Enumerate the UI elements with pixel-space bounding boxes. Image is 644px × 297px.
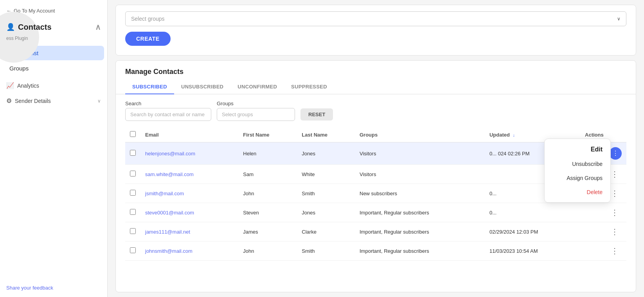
groups-filter-label: Groups <box>217 101 295 106</box>
actions-cell: ⋮ <box>580 241 626 261</box>
sidebar-sender-details[interactable]: ⚙ Sender Details ∨ <box>0 93 107 108</box>
row-checkbox-cell <box>125 241 140 261</box>
contacts-table: Email First Name Last Name Groups Update <box>125 127 626 261</box>
context-menu: EditUnsubscribeAssign GroupsDelete <box>544 139 611 203</box>
actions-menu-button[interactable]: ⋮ <box>608 227 622 236</box>
manage-contacts-section: Manage Contacts SUBSCRIBED UNSUBSCRIBED … <box>115 60 636 292</box>
manage-contacts-title: Manage Contacts <box>116 61 636 76</box>
dropdown-chevron-icon: ∨ <box>617 16 621 22</box>
last-name-cell: White <box>297 165 355 184</box>
row-checkbox[interactable] <box>130 190 136 196</box>
sidebar: ← Go To My Account 👤 Contacts ∧ ess Plug… <box>0 0 108 297</box>
sender-details-label: Sender Details <box>15 98 51 104</box>
first-name-cell: Helen <box>238 142 297 165</box>
main-content: Select groups ∨ CREATE Manage Contacts S… <box>108 0 644 297</box>
updated-cell: 11/03/2023 10:54 AM <box>485 241 580 261</box>
row-checkbox[interactable] <box>130 150 136 156</box>
gear-icon: ⚙ <box>6 97 12 104</box>
tab-unsubscribed[interactable]: UNSUBSCRIBED <box>174 80 230 94</box>
context-menu-edit[interactable]: Edit <box>545 142 610 157</box>
updated-cell: 02/29/2024 12:03 PM <box>485 222 580 241</box>
groups-cell: Important, Regular subscribers <box>355 241 485 261</box>
contacts-header: 👤 Contacts ∧ <box>0 18 107 35</box>
contacts-table-container: Email First Name Last Name Groups Update <box>116 127 636 292</box>
tab-subscribed[interactable]: SUBSCRIBED <box>125 80 174 94</box>
row-checkbox[interactable] <box>130 247 136 253</box>
first-name-cell: James <box>238 222 297 241</box>
actions-cell: ⋮ <box>580 203 626 222</box>
row-checkbox-cell <box>125 203 140 222</box>
groups-cell: Important, Regular subscribers <box>355 203 485 222</box>
row-checkbox[interactable] <box>130 228 136 234</box>
context-menu-delete[interactable]: Delete <box>545 185 610 199</box>
select-groups-dropdown[interactable]: Select groups ∨ <box>125 11 626 26</box>
contacts-icon: 👤 <box>6 23 15 31</box>
table-row: helenjones@mail.comHelenJonesVisitors0..… <box>125 142 626 165</box>
first-name-cell: John <box>238 241 297 261</box>
actions-menu-button[interactable]: ⋮ <box>608 208 622 217</box>
actions-menu-button[interactable]: ⋮ <box>608 246 622 256</box>
feedback-link[interactable]: Share your feedback <box>0 279 107 297</box>
sort-icon: ↓ <box>513 133 515 137</box>
email-cell: helenjones@mail.com <box>140 142 238 165</box>
email-cell: james111@mail.net <box>140 222 238 241</box>
wp-plugin-label: ess Plugin <box>0 35 107 44</box>
updated-cell: 0... <box>485 203 580 222</box>
row-checkbox-cell <box>125 222 140 241</box>
table-row: james111@mail.netJamesClarkeImportant, R… <box>125 222 626 241</box>
tab-unconfirmed[interactable]: UNCONFIRMED <box>230 80 284 94</box>
search-label: Search <box>125 101 211 106</box>
last-name-cell: Smith <box>297 241 355 261</box>
email-cell: steve0001@mail.com <box>140 203 238 222</box>
select-groups-placeholder: Select groups <box>131 16 165 22</box>
first-name-cell: John <box>238 184 297 203</box>
actions-cell: EditUnsubscribeAssign GroupsDelete⋮ <box>580 142 626 165</box>
top-card: Select groups ∨ CREATE <box>115 5 636 56</box>
groups-filter-group: Groups <box>217 101 295 121</box>
tab-suppressed[interactable]: SUPPRESSED <box>284 80 334 94</box>
groups-cell: New subscribers <box>355 184 485 203</box>
row-checkbox-cell <box>125 184 140 203</box>
last-name-cell: Clarke <box>297 222 355 241</box>
groups-filter-input[interactable] <box>217 108 295 121</box>
actions-cell: ⋮ <box>580 222 626 241</box>
col-email: Email <box>140 127 238 142</box>
groups-cell: Visitors <box>355 142 485 165</box>
manage-tabs: SUBSCRIBED UNSUBSCRIBED UNCONFIRMED SUPP… <box>116 80 636 94</box>
context-menu-unsubscribe[interactable]: Unsubscribe <box>545 157 610 171</box>
collapse-icon[interactable]: ∧ <box>95 22 101 32</box>
contacts-title: Contacts <box>18 23 52 32</box>
col-last-name: Last Name <box>297 127 355 142</box>
email-cell: jsmith@mail.com <box>140 184 238 203</box>
filter-row: Search Groups RESET <box>116 94 636 127</box>
last-name-cell: Jones <box>297 142 355 165</box>
email-cell: sam.white@mail.com <box>140 165 238 184</box>
row-checkbox[interactable] <box>130 209 136 215</box>
select-all-header[interactable] <box>125 127 140 142</box>
sidebar-item-groups[interactable]: Groups <box>3 61 104 76</box>
context-menu-assign-groups[interactable]: Assign Groups <box>545 171 610 185</box>
search-group: Search <box>125 101 211 121</box>
sidebar-analytics[interactable]: 📈 Analytics <box>0 78 107 93</box>
groups-cell: Visitors <box>355 165 485 184</box>
col-first-name: First Name <box>238 127 297 142</box>
analytics-icon: 📈 <box>6 82 14 89</box>
actions-menu-button[interactable]: ⋮ <box>609 147 622 160</box>
row-checkbox-cell <box>125 165 140 184</box>
table-row: steve0001@mail.comStevenJonesImportant, … <box>125 203 626 222</box>
search-input[interactable] <box>125 108 211 121</box>
col-groups: Groups <box>355 127 485 142</box>
analytics-label: Analytics <box>17 83 39 89</box>
reset-button[interactable]: RESET <box>300 108 333 121</box>
last-name-cell: Smith <box>297 184 355 203</box>
row-checkbox[interactable] <box>130 171 136 176</box>
chevron-down-icon: ∨ <box>97 98 101 104</box>
first-name-cell: Steven <box>238 203 297 222</box>
table-row: johnsmith@mail.comJohnSmithImportant, Re… <box>125 241 626 261</box>
groups-cell: Important, Regular subscribers <box>355 222 485 241</box>
last-name-cell: Jones <box>297 203 355 222</box>
create-button[interactable]: CREATE <box>125 32 171 46</box>
select-all-checkbox[interactable] <box>130 131 136 137</box>
select-groups-row: Select groups ∨ <box>125 11 626 26</box>
email-cell: johnsmith@mail.com <box>140 241 238 261</box>
